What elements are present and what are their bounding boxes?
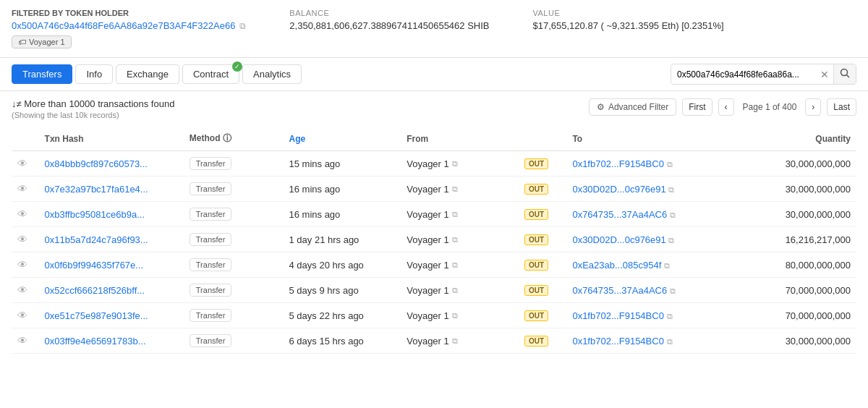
col-header-to: To <box>566 127 747 151</box>
copy-to-icon[interactable]: ⧉ <box>670 211 676 219</box>
eye-cell: 👁 <box>12 252 39 278</box>
copy-to-icon[interactable]: ⧉ <box>668 185 674 194</box>
address-link[interactable]: 0x500A746c9a44f68Fe6AA86a92e7B3AF4F322Ae… <box>12 20 235 31</box>
row-eye-icon[interactable]: 👁 <box>17 335 27 347</box>
tab-contract[interactable]: Contract ✓ <box>182 64 239 84</box>
row-eye-icon[interactable]: 👁 <box>17 259 27 271</box>
txn-hash-cell: 0xb3ffbc95081ce6b9a... <box>39 202 184 227</box>
method-cell: Transfer <box>184 278 284 303</box>
eye-cell: 👁 <box>12 227 39 252</box>
to-address-link[interactable]: 0x30D02D...0c976e91 <box>572 184 665 195</box>
tag-badge: 🏷 Voyager 1 <box>12 35 72 48</box>
from-address: Voyager 1 ⧉ <box>407 209 458 220</box>
row-eye-icon[interactable]: 👁 <box>17 208 27 220</box>
to-cell: 0x764735...37Aa4AC6 ⧉ <box>566 278 747 303</box>
quantity-cell: 80,000,000,000 <box>748 252 856 278</box>
tag-label: Voyager 1 <box>29 38 65 46</box>
direction-badge: OUT <box>524 158 548 169</box>
from-cell: Voyager 1 ⧉ <box>401 227 519 252</box>
copy-from-icon[interactable]: ⧉ <box>452 210 458 219</box>
method-cell: Transfer <box>184 202 284 227</box>
last-page-button[interactable]: Last <box>827 98 856 116</box>
pagination-controls: ⚙ Advanced Filter First ‹ Page 1 of 400 … <box>589 98 856 116</box>
clear-search-icon[interactable]: ✕ <box>816 65 833 84</box>
txn-hash-link[interactable]: 0x84bbb9cf897c60573... <box>45 158 148 169</box>
quantity-cell: 30,000,000,000 <box>748 202 856 227</box>
to-cell: 0x764735...37Aa4AC6 ⧉ <box>566 202 747 227</box>
col-header-method: Method ⓘ <box>184 127 284 151</box>
txn-hash-link[interactable]: 0x52ccf666218f526bff... <box>45 285 145 296</box>
content-area: ↓≠ More than 10000 transactions found (S… <box>0 91 868 361</box>
row-eye-icon[interactable]: 👁 <box>17 234 27 245</box>
from-cell: Voyager 1 ⧉ <box>401 252 519 278</box>
copy-from-icon[interactable]: ⧉ <box>452 159 458 169</box>
to-address-link[interactable]: 0x1fb702...F9154BC0 <box>572 336 663 347</box>
row-eye-icon[interactable]: 👁 <box>17 158 27 169</box>
direction-badge: OUT <box>524 234 548 245</box>
age-cell: 1 day 21 hrs ago <box>284 227 401 252</box>
eye-cell: 👁 <box>12 278 39 303</box>
row-eye-icon[interactable]: 👁 <box>17 310 27 321</box>
to-cell: 0x1fb702...F9154BC0 ⧉ <box>566 328 747 354</box>
tab-exchange[interactable]: Exchange <box>116 64 179 84</box>
balance-section: BALANCE 2,350,881,606,627.38896741145065… <box>289 9 489 31</box>
txn-hash-cell: 0xe51c75e987e9013fe... <box>39 303 184 328</box>
txn-hash-link[interactable]: 0x7e32a97bc17fa61e4... <box>45 184 148 195</box>
copy-to-icon[interactable]: ⧉ <box>667 160 673 169</box>
balance-label: BALANCE <box>289 9 489 17</box>
tab-transfers[interactable]: Transfers <box>12 64 72 84</box>
copy-from-icon[interactable]: ⧉ <box>452 311 458 320</box>
copy-address-icon[interactable]: ⧉ <box>239 21 246 31</box>
copy-from-icon[interactable]: ⧉ <box>452 260 458 270</box>
to-cell: 0xEa23ab...085c954f ⧉ <box>566 252 747 278</box>
to-address-link[interactable]: 0x1fb702...F9154BC0 <box>572 158 663 169</box>
copy-to-icon[interactable]: ⧉ <box>670 286 676 295</box>
copy-to-icon[interactable]: ⧉ <box>664 261 670 270</box>
copy-to-icon[interactable]: ⧉ <box>668 236 674 245</box>
age-cell: 16 mins ago <box>284 202 401 227</box>
prev-page-button[interactable]: ‹ <box>718 98 734 116</box>
tab-info[interactable]: Info <box>75 64 113 84</box>
copy-from-icon[interactable]: ⧉ <box>452 286 458 295</box>
txn-hash-link[interactable]: 0xb3ffbc95081ce6b9a... <box>45 209 145 220</box>
from-cell: Voyager 1 ⧉ <box>401 151 519 177</box>
to-address-link[interactable]: 0x1fb702...F9154BC0 <box>572 310 663 321</box>
copy-from-icon[interactable]: ⧉ <box>452 336 458 346</box>
to-address-link[interactable]: 0x764735...37Aa4AC6 <box>572 209 667 220</box>
eye-cell: 👁 <box>12 328 39 354</box>
direction-cell: OUT <box>519 177 566 202</box>
direction-cell: OUT <box>519 278 566 303</box>
search-input[interactable] <box>671 66 816 83</box>
row-eye-icon[interactable]: 👁 <box>17 284 27 296</box>
voyager-tag: 🏷 Voyager 1 <box>12 34 246 48</box>
txn-hash-link[interactable]: 0xe51c75e987e9013fe... <box>45 310 148 321</box>
row-eye-icon[interactable]: 👁 <box>17 183 27 195</box>
from-cell: Voyager 1 ⧉ <box>401 278 519 303</box>
copy-to-icon[interactable]: ⧉ <box>667 337 673 346</box>
direction-badge: OUT <box>524 285 548 296</box>
quantity-cell: 16,216,217,000 <box>748 227 856 252</box>
from-address: Voyager 1 ⧉ <box>407 336 458 347</box>
search-icon[interactable] <box>833 64 856 84</box>
txn-hash-link[interactable]: 0x0f6b9f994635f767e... <box>45 260 144 271</box>
txn-hash-link[interactable]: 0x03ff9e4e65691783b... <box>45 336 146 347</box>
to-address-link[interactable]: 0x30D02D...0c976e91 <box>572 234 665 245</box>
to-address-link[interactable]: 0xEa23ab...085c954f <box>572 260 661 271</box>
first-page-button[interactable]: First <box>682 98 712 116</box>
method-badge: Transfer <box>190 157 232 170</box>
to-address-link[interactable]: 0x764735...37Aa4AC6 <box>572 285 667 296</box>
table-row: 👁 0x11b5a7d24c7a96f93... Transfer 1 day … <box>12 227 856 252</box>
tab-analytics[interactable]: Analytics <box>242 64 302 84</box>
next-page-button[interactable]: › <box>805 98 821 116</box>
copy-from-icon[interactable]: ⧉ <box>452 184 458 194</box>
from-cell: Voyager 1 ⧉ <box>401 328 519 354</box>
direction-cell: OUT <box>519 328 566 354</box>
method-badge: Transfer <box>190 284 232 297</box>
copy-to-icon[interactable]: ⧉ <box>667 312 673 320</box>
table-body: 👁 0x84bbb9cf897c60573... Transfer 15 min… <box>12 151 856 354</box>
advanced-filter-button[interactable]: ⚙ Advanced Filter <box>589 98 676 116</box>
to-cell: 0x30D02D...0c976e91 ⧉ <box>566 177 747 202</box>
result-count-text: ↓≠ More than 10000 transactions found <box>12 98 174 109</box>
copy-from-icon[interactable]: ⧉ <box>452 235 458 245</box>
txn-hash-link[interactable]: 0x11b5a7d24c7a96f93... <box>45 234 148 245</box>
